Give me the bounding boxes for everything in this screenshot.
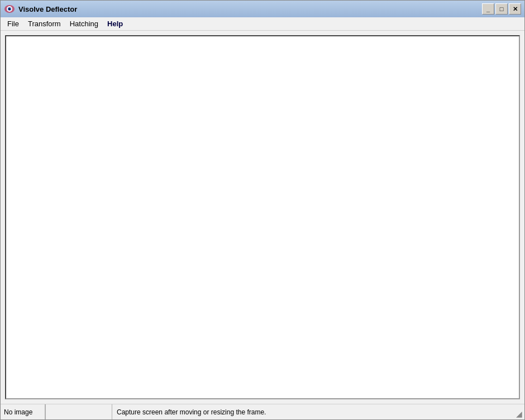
maximize-button[interactable]: □	[495, 3, 508, 15]
main-window: Visolve Deflector _ □ ✕ File Transform H…	[0, 0, 525, 420]
menu-bar: File Transform Hatching Help	[1, 17, 524, 31]
status-message: Capture screen after moving or resizing …	[112, 408, 513, 416]
main-canvas	[5, 35, 520, 399]
menu-item-file[interactable]: File	[3, 18, 23, 30]
menu-item-hatching[interactable]: Hatching	[65, 18, 103, 30]
svg-point-4	[10, 8, 11, 9]
window-title: Visolve Deflector	[18, 5, 482, 13]
window-controls: _ □ ✕	[482, 3, 521, 15]
status-image-label: No image	[1, 404, 45, 419]
minimize-button[interactable]: _	[482, 3, 494, 15]
title-bar: Visolve Deflector _ □ ✕	[1, 1, 524, 17]
status-middle	[45, 404, 112, 419]
close-button[interactable]: ✕	[509, 3, 521, 15]
resize-handle-icon[interactable]: ◢	[514, 409, 523, 418]
menu-item-help[interactable]: Help	[103, 18, 127, 30]
status-bar: No image Capture screen after moving or …	[1, 404, 524, 419]
app-icon	[4, 3, 15, 15]
menu-item-transform[interactable]: Transform	[23, 18, 65, 30]
